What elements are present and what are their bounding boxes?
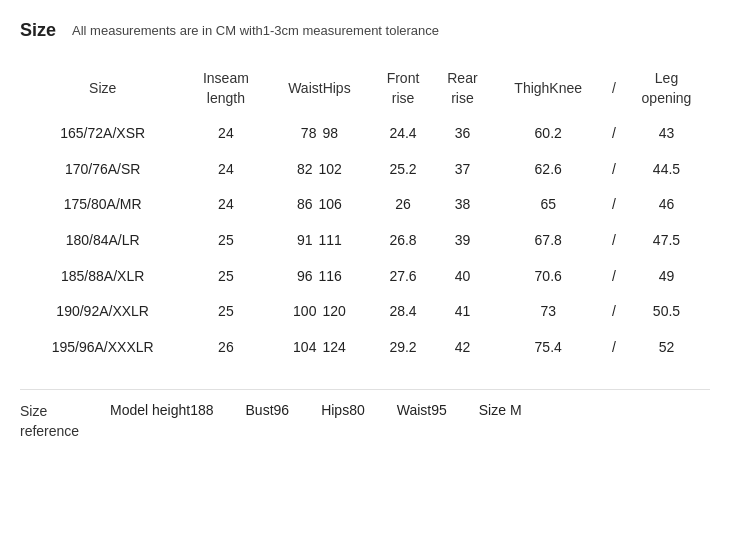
size-reference: Sizereference Model height188Bust96Hips8… [20,389,710,441]
cell-waist-hips: 91111 [266,223,372,259]
col-header-inseam: Inseamlength [185,61,266,116]
size-table: Size Inseamlength WaistHips Frontrise Re… [20,61,710,365]
cell-size: 185/88A/XLR [20,259,185,295]
col-header-thigh-knee: ThighKnee [491,61,605,116]
cell-waist-hips: 96116 [266,259,372,295]
cell-thigh-knee: 70.6 [491,259,605,295]
cell-waist-hips: 86106 [266,187,372,223]
cell-size: 190/92A/XXLR [20,294,185,330]
cell-leg-opening: 52 [623,330,710,366]
cell-slash: / [605,330,623,366]
table-row: 165/72A/XSR24789824.43660.2/43 [20,116,710,152]
cell-thigh-knee: 65 [491,187,605,223]
cell-leg-opening: 47.5 [623,223,710,259]
cell-waist-hips: 7898 [266,116,372,152]
cell-slash: / [605,259,623,295]
cell-waist-hips: 100120 [266,294,372,330]
cell-inseam: 25 [185,223,266,259]
cell-leg-opening: 46 [623,187,710,223]
cell-front-rise: 27.6 [372,259,433,295]
cell-inseam: 24 [185,116,266,152]
table-row: 175/80A/MR2486106263865/46 [20,187,710,223]
cell-waist-hips: 82102 [266,152,372,188]
cell-front-rise: 26.8 [372,223,433,259]
cell-rear-rise: 39 [434,223,492,259]
size-note: All measurements are in CM with1-3cm mea… [72,23,439,38]
col-header-waist-hips: WaistHips [266,61,372,116]
cell-slash: / [605,223,623,259]
cell-rear-rise: 40 [434,259,492,295]
cell-thigh-knee: 67.8 [491,223,605,259]
cell-thigh-knee: 73 [491,294,605,330]
table-row: 190/92A/XXLR2510012028.44173/50.5 [20,294,710,330]
cell-leg-opening: 44.5 [623,152,710,188]
cell-thigh-knee: 62.6 [491,152,605,188]
table-row: 195/96A/XXXLR2610412429.24275.4/52 [20,330,710,366]
cell-rear-rise: 37 [434,152,492,188]
table-row: 180/84A/LR259111126.83967.8/47.5 [20,223,710,259]
cell-waist-hips: 104124 [266,330,372,366]
cell-inseam: 24 [185,187,266,223]
cell-size: 195/96A/XXXLR [20,330,185,366]
table-header-row: Size Inseamlength WaistHips Frontrise Re… [20,61,710,116]
cell-slash: / [605,294,623,330]
table-row: 170/76A/SR248210225.23762.6/44.5 [20,152,710,188]
size-reference-label: Sizereference [20,402,110,441]
cell-leg-opening: 43 [623,116,710,152]
reference-value: Bust96 [246,402,290,418]
reference-value: Hips80 [321,402,365,418]
cell-slash: / [605,187,623,223]
cell-leg-opening: 50.5 [623,294,710,330]
cell-rear-rise: 38 [434,187,492,223]
cell-front-rise: 29.2 [372,330,433,366]
cell-front-rise: 25.2 [372,152,433,188]
reference-value: Model height188 [110,402,214,418]
table-row: 185/88A/XLR259611627.64070.6/49 [20,259,710,295]
col-header-slash: / [605,61,623,116]
size-reference-values: Model height188Bust96Hips80Waist95Size M [110,402,522,418]
col-header-size: Size [20,61,185,116]
cell-inseam: 25 [185,259,266,295]
cell-size: 170/76A/SR [20,152,185,188]
cell-slash: / [605,152,623,188]
cell-front-rise: 28.4 [372,294,433,330]
col-header-rear-rise: Rearrise [434,61,492,116]
cell-rear-rise: 41 [434,294,492,330]
cell-size: 180/84A/LR [20,223,185,259]
size-header: Size All measurements are in CM with1-3c… [20,20,710,41]
cell-thigh-knee: 60.2 [491,116,605,152]
cell-rear-rise: 42 [434,330,492,366]
reference-value: Waist95 [397,402,447,418]
cell-size: 165/72A/XSR [20,116,185,152]
cell-thigh-knee: 75.4 [491,330,605,366]
cell-inseam: 26 [185,330,266,366]
reference-value: Size M [479,402,522,418]
size-title: Size [20,20,56,41]
cell-inseam: 25 [185,294,266,330]
cell-inseam: 24 [185,152,266,188]
cell-slash: / [605,116,623,152]
col-header-leg-opening: Legopening [623,61,710,116]
cell-rear-rise: 36 [434,116,492,152]
cell-leg-opening: 49 [623,259,710,295]
cell-size: 175/80A/MR [20,187,185,223]
col-header-front-rise: Frontrise [372,61,433,116]
cell-front-rise: 26 [372,187,433,223]
cell-front-rise: 24.4 [372,116,433,152]
